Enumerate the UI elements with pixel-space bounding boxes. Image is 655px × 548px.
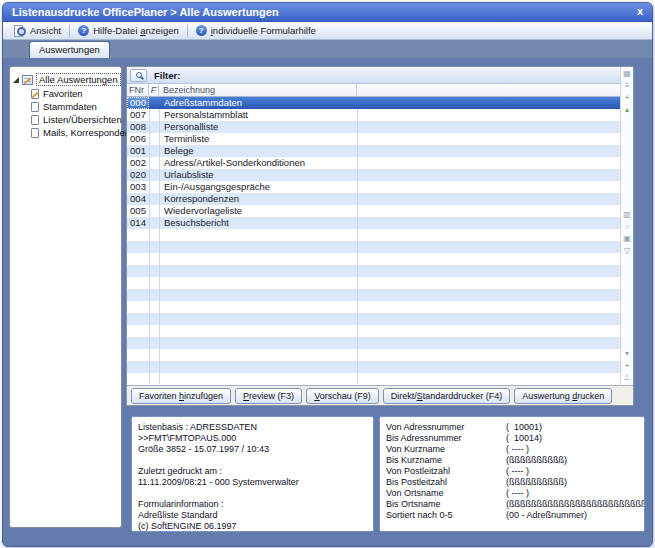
cell-bezeichnung: Besuchsbericht (159, 217, 620, 229)
range-value: (ßßßßßßßßßß) (506, 455, 567, 466)
help-file-button[interactable]: ? Hilfe-Datei anzeigen (72, 23, 185, 38)
table-row[interactable]: 001 Belege (127, 145, 620, 157)
view-magnifier-icon (13, 25, 26, 37)
range-row: Bis Ortsname (ßßßßßßßßßßßßßßßßßßßßßßßßßß… (386, 499, 638, 510)
range-value: ( 10014) (506, 433, 542, 444)
list-info-panel: Listenbasis : ADRESSDATEN>>FMT\FMTOPAUS.… (131, 416, 374, 532)
table-row[interactable]: 004 Korrespondenzen (127, 193, 620, 205)
apply-icon[interactable]: ▣ (623, 234, 631, 243)
tree-item-alle-auswertungen[interactable]: Alle Auswertungen (10, 73, 121, 86)
columns-icon[interactable]: ▥ (623, 210, 631, 219)
column-header-f[interactable]: F (149, 84, 159, 96)
range-info-panel: Von Adressnummer ( 10001) Bis Adressnumm… (379, 416, 645, 532)
range-value: (ßßßßßßßßßßßßßßßßßßßßßßßßßßßßßß) (506, 499, 645, 510)
cell-f (149, 181, 159, 193)
scroll-down-icon[interactable]: ▾ (625, 349, 629, 358)
info-line: (c) SoftENGINE 06.1997 (138, 521, 367, 532)
column-header-bezeichnung[interactable]: Bezeichnung (159, 84, 357, 96)
search-icon (136, 72, 142, 78)
sort-lines-icon[interactable]: ≡ (625, 81, 630, 90)
ansicht-button[interactable]: Ansicht (7, 23, 67, 38)
document-icon (31, 128, 39, 138)
cell-bezeichnung: Adress/Artikel-Sonderkonditionen (159, 157, 620, 169)
tree-item-label: Stammdaten (43, 101, 97, 112)
tree-item-listen-uebersichten[interactable]: Listen/Übersichten (10, 113, 121, 126)
tree-item-mails-korrespondenzen[interactable]: Mails, Korrespondenzen (10, 126, 121, 139)
range-label: Bis Kurzname (386, 455, 506, 466)
favorites-pencil-icon (31, 89, 39, 99)
cell-f (149, 145, 159, 157)
cell-f (149, 133, 159, 145)
cell-f (149, 169, 159, 181)
cell-fnr: 005 (127, 205, 149, 217)
range-label: Bis Ortsname (386, 499, 506, 510)
table-row[interactable]: 000 Adreßstammdaten (127, 97, 620, 109)
range-row: Bis Adressnummer ( 10014) (386, 433, 638, 444)
ansicht-label: Ansicht (30, 25, 61, 36)
direct-printer-f4-button[interactable]: Direkt/Standarddrucker (F4) (383, 388, 511, 404)
cell-bezeichnung: Korrespondenzen (159, 193, 620, 205)
document-icon (31, 102, 39, 112)
cell-fnr: 002 (127, 157, 149, 169)
side-toolbar-bottom-group: ▾+⊥ (624, 349, 631, 382)
tree-item-favoriten[interactable]: Favoriten (10, 87, 121, 100)
cell-fnr: 020 (127, 169, 149, 181)
application-window: Listenausdrucke OfficePlaner > Alle Ausw… (2, 2, 653, 547)
table-row[interactable]: 003 Ein-/Ausgangsgespräche (127, 181, 620, 193)
filter-funnel-icon[interactable]: ▽ (624, 246, 630, 255)
tab-strip: Auswertungen (3, 40, 652, 58)
reports-grid-panel: Filter: FNr F Bezeichnung 000 Adreßstamm… (126, 66, 634, 406)
add-row-icon[interactable]: + (625, 361, 630, 370)
sort-up-icon[interactable]: ▴ (625, 105, 629, 114)
expander-arrow-icon[interactable] (13, 77, 19, 83)
cell-fnr: 014 (127, 217, 149, 229)
table-row[interactable]: 014 Besuchsbericht (127, 217, 620, 229)
range-row: Bis Kurzname (ßßßßßßßßßß) (386, 455, 638, 466)
preview-f3-button[interactable]: Preview (F3) (235, 388, 302, 404)
range-label: Von Ortsname (386, 488, 506, 499)
filter-search-button[interactable] (130, 69, 147, 82)
cell-f (149, 193, 159, 205)
table-row[interactable]: 008 Personalliste (127, 121, 620, 133)
table-row[interactable]: 006 Terminliste (127, 133, 620, 145)
cell-fnr: 001 (127, 145, 149, 157)
table-row[interactable]: 007 Personalstammblatt (127, 109, 620, 121)
grid-options-icon[interactable]: ▦ (623, 69, 631, 78)
table-row[interactable]: 002 Adress/Artikel-Sonderkonditionen (127, 157, 620, 169)
scroll-end-icon[interactable]: ⊥ (624, 373, 631, 382)
print-report-button[interactable]: Auswertung drucken (514, 388, 612, 404)
search-icon[interactable]: ○ (625, 222, 630, 231)
cell-bezeichnung: Ein-/Ausgangsgespräche (159, 181, 620, 193)
range-value: ( ---- ) (506, 488, 529, 499)
cell-f (149, 205, 159, 217)
info-line: Listenbasis : ADRESSDATEN (138, 422, 367, 433)
toolbar-separator (69, 25, 70, 37)
table-row[interactable]: 020 Urlaubsliste (127, 169, 620, 181)
tree-item-stammdaten[interactable]: Stammdaten (10, 100, 121, 113)
side-toolbar-top-group: ▦≡+▴ (623, 69, 631, 114)
cell-bezeichnung: Personalstammblatt (159, 109, 620, 121)
range-row: Von Ortsname ( ---- ) (386, 488, 638, 499)
add-icon[interactable]: + (625, 93, 630, 102)
cell-bezeichnung: Wiedervorlageliste (159, 205, 620, 217)
action-button-bar: Favoriten hinzufügen Preview (F3) Vorsch… (127, 385, 633, 405)
table-row[interactable]: 005 Wiedervorlageliste (127, 205, 620, 217)
tab-auswertungen[interactable]: Auswertungen (29, 41, 110, 58)
help-file-label: Hilfe-Datei anzeigen (93, 25, 179, 36)
add-favorites-button[interactable]: Favoriten hinzufügen (131, 388, 231, 404)
range-row: Sortiert nach 0-5 (00 - Adreßnummer) (386, 510, 638, 521)
cell-fnr: 008 (127, 121, 149, 133)
range-label: Von Kurzname (386, 444, 506, 455)
column-header-fnr[interactable]: FNr (127, 84, 149, 96)
form-help-button[interactable]: ? individuelle Formularhilfe (190, 23, 322, 38)
close-button[interactable]: x (637, 3, 643, 20)
cell-bezeichnung: Personalliste (159, 121, 620, 133)
range-label: Bis Adressnummer (386, 433, 506, 444)
info-line (138, 455, 367, 466)
range-label: Von Postleitzahl (386, 466, 506, 477)
range-value: (ßßßßßßßßßß) (506, 477, 567, 488)
tree-item-label: Favoriten (43, 88, 83, 99)
cell-bezeichnung: Urlaubsliste (159, 169, 620, 181)
cell-fnr: 007 (127, 109, 149, 121)
vorschau-f9-button[interactable]: Vorschau (F9) (306, 388, 379, 404)
